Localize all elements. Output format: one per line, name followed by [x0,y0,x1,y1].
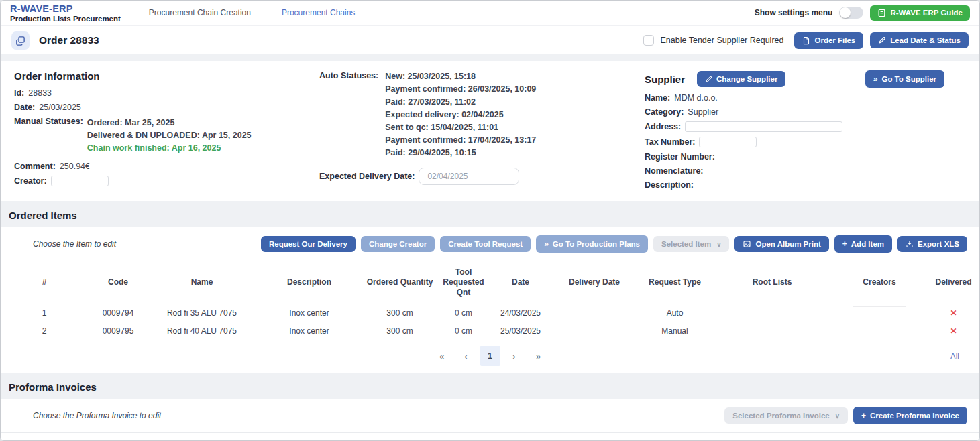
supplier-register-label: Register Number: [645,152,715,162]
add-item-button[interactable]: + Add Item [834,235,892,253]
request-our-delivery-button[interactable]: Request Our Delivery [261,236,356,252]
open-album-print-button[interactable]: Open Album Print [734,236,828,252]
ordered-items-table: # Code Name Description Ordered Quantity… [1,261,980,340]
comment-field: Comment: 250.94€ [14,162,319,171]
supplier-description-label: Description: [645,180,694,190]
erp-guide-button[interactable]: R-WAVE ERP Guide [870,5,970,21]
supplier-address-label: Address: [645,122,681,131]
col-header-num: # [1,433,95,441]
supplier-tax-field: Tax Number: [645,137,966,147]
go-to-supplier-button[interactable]: » Go To Supplier [865,70,944,88]
supplier-name-value: MDM d.o.o. [674,93,718,103]
cell-num: 2 [1,322,88,340]
manual-statuses-list: Ordered: Mar 25, 2025 Delivered & DN UPL… [87,117,252,155]
col-header-ordered-quantity: Ordered Quantity [363,261,437,304]
go-to-production-plans-button[interactable]: » Go To Production Plans [536,235,648,253]
pagination-page-1[interactable]: 1 [480,346,500,366]
supplier-title: Supplier [645,74,685,85]
settings-toggle[interactable] [839,7,863,19]
creator-label: Creator: [14,176,47,186]
go-to-supplier-button-label: Go To Supplier [881,75,936,83]
creator-input[interactable] [51,176,109,186]
ordered-items-card: Choose the Item to edit Request Our Deli… [1,227,979,373]
auto-status-item: Paid: 29/04/2025, 10:15 [385,147,536,160]
col-header-total-price: Total Price [739,433,886,441]
cell-description: Inox center [256,322,363,340]
pagination-prev-button[interactable]: ‹ [456,346,476,366]
change-creator-button[interactable]: Change Creator [361,236,435,252]
ordered-item-row[interactable]: 1 0009794 Rod fi 35 ALU 7075 Inox center… [1,304,980,322]
order-files-button[interactable]: Order Files [794,32,863,49]
cell-root-lists [712,322,832,340]
cell-request-type: Auto [638,304,712,322]
change-supplier-button-label: Change Supplier [716,75,777,83]
supplier-address-field: Address: [645,121,966,132]
col-header-name: Name [148,261,256,304]
col-header-delivery-date: Delivery Date [551,261,638,304]
auto-status-item: Paid: 27/03/2025, 11:02 [385,96,536,109]
brand-title: R-WAVE-ERP [10,3,121,14]
cell-delivered: ✕ [926,322,980,340]
pagination-first-button[interactable]: « [432,346,452,366]
comment-value: 250.94€ [60,162,90,171]
tender-supplier-checkbox[interactable] [643,35,654,46]
create-tool-request-label: Create Tool Request [448,240,523,248]
auto-statuses-column: Auto Statuses: New: 25/03/2025, 15:18 Pa… [319,70,645,194]
create-proforma-invoice-button[interactable]: + Create Proforma Invoice [853,407,967,424]
selected-proforma-invoice-dropdown[interactable]: Selected Proforma Invoice ∨ [724,407,848,424]
topbar-right: Show settings menu R-WAVE ERP Guide [755,5,970,21]
manual-status-item: Ordered: Mar 25, 2025 [87,117,252,129]
col-header-creators: Creators [832,261,926,304]
col-header-proforma-number: Proforma Number [296,433,490,441]
ordered-items-header-row: # Code Name Description Ordered Quantity… [1,261,980,304]
supplier-name-field: Name: MDM d.o.o. [645,93,966,103]
nav-procurement-chain-creation[interactable]: Procurement Chain Creation [149,8,251,17]
col-header-supplier: Supplier [490,433,739,441]
proforma-invoices-title: Proforma Invoices [1,373,979,399]
cell-creators [832,304,926,322]
order-header-actions: Enable Tender Supplier Required Order Fi… [643,32,969,49]
change-supplier-button[interactable]: Change Supplier [697,71,785,87]
chevron-down-icon: ∨ [835,412,840,420]
create-tool-request-button[interactable]: Create Tool Request [440,236,531,252]
order-date-label: Date: [14,103,35,112]
col-header-delivered: Delivered [926,261,980,304]
not-delivered-x-icon: ✕ [950,326,957,336]
supplier-address-input[interactable] [685,121,842,132]
proforma-invoices-table: # Creation Date Proforma Number Supplier… [1,432,980,441]
ordered-items-toolbar: Choose the Item to edit Request Our Deli… [1,227,979,261]
main-nav: Procurement Chain Creation Procurement C… [149,8,355,17]
ordered-items-buttons: Request Our Delivery Change Creator Crea… [261,235,967,253]
creators-input-box[interactable] [853,306,906,334]
expected-delivery-date-input[interactable] [419,168,519,185]
cell-code: 0009795 [88,322,148,340]
cell-description: Inox center [256,304,363,322]
cell-date: 24/03/2025 [490,304,551,322]
auto-statuses-label: Auto Statuses: [319,71,378,80]
cell-name: Rod fi 35 ALU 7075 [148,304,256,322]
cell-tool-requested-qnt: 0 cm [437,322,490,340]
supplier-tax-input[interactable] [699,137,757,147]
lead-date-status-button[interactable]: Lead Date & Status [870,32,969,48]
col-header-root-lists: Root Lists [712,261,832,304]
order-files-button-label: Order Files [814,36,855,44]
col-header-status: Status [886,433,980,441]
pagination-last-button[interactable]: » [529,346,549,366]
col-header-date: Date [490,261,551,304]
plus-icon: + [861,411,866,420]
ordered-item-row[interactable]: 2 0009795 Rod fi 40 ALU 7075 Inox center… [1,322,980,340]
export-xls-button[interactable]: Export XLS [897,236,967,252]
selected-item-dropdown[interactable]: Selected Item ∨ [653,236,729,252]
order-copy-icon[interactable] [11,32,30,50]
nav-procurement-chains[interactable]: Procurement Chains [282,8,355,17]
order-info-column: Order Information Id: 28833 Date: 25/03/… [14,70,319,194]
erp-guide-button-label: R-WAVE ERP Guide [890,9,963,17]
brand-subtitle: Production Lists Procurement [10,15,121,23]
pagination-all-link[interactable]: All [950,352,959,361]
manual-status-item-finished: Chain work finished: Apr 16, 2025 [87,142,252,155]
app-window: R-WAVE-ERP Production Lists Procurement … [0,0,980,441]
page-title: Order 28833 [39,34,99,46]
pagination-next-button[interactable]: › [504,346,525,366]
tender-supplier-checkbox-label: Enable Tender Supplier Required [661,36,784,45]
cell-ordered-quantity: 300 cm [363,322,437,340]
